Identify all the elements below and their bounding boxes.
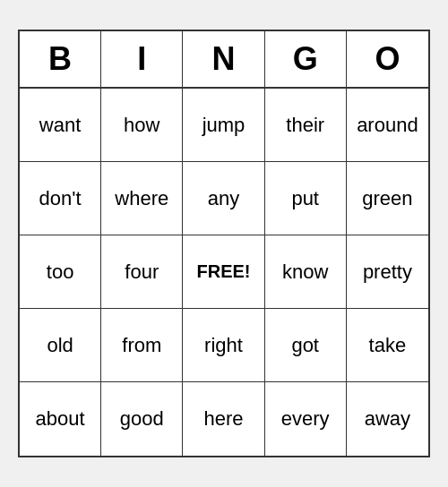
bingo-cell-r1-c4: green xyxy=(347,162,428,235)
bingo-header-letter: B xyxy=(20,31,101,87)
bingo-cell-r4-c0: about xyxy=(20,382,101,456)
bingo-cell-r1-c0: don't xyxy=(20,162,101,235)
bingo-cell-r4-c3: every xyxy=(265,382,347,456)
bingo-cell-r2-c3: know xyxy=(265,235,347,309)
bingo-cell-r1-c2: any xyxy=(183,162,264,235)
bingo-cell-r2-c0: too xyxy=(20,235,101,309)
bingo-header-letter: G xyxy=(265,31,347,87)
bingo-cell-r4-c1: good xyxy=(101,382,183,456)
bingo-cell-r2-c2: FREE! xyxy=(183,235,264,309)
bingo-header-letter: O xyxy=(347,31,428,87)
bingo-cell-r4-c2: here xyxy=(183,382,264,456)
bingo-cell-r1-c1: where xyxy=(101,162,183,235)
bingo-grid: wanthowjumptheirarounddon'twhereanyputgr… xyxy=(20,89,428,456)
bingo-cell-r3-c2: right xyxy=(183,309,264,382)
bingo-cell-r3-c4: take xyxy=(347,309,428,382)
bingo-cell-r0-c1: how xyxy=(101,89,183,162)
bingo-cell-r0-c3: their xyxy=(265,89,347,162)
bingo-cell-r3-c0: old xyxy=(20,309,101,382)
bingo-cell-r4-c4: away xyxy=(347,382,428,456)
bingo-card: BINGO wanthowjumptheirarounddon'twherean… xyxy=(18,30,430,457)
bingo-cell-r2-c1: four xyxy=(101,235,183,309)
bingo-cell-r3-c1: from xyxy=(101,309,183,382)
bingo-header-letter: I xyxy=(101,31,183,87)
bingo-cell-r0-c2: jump xyxy=(183,89,264,162)
bingo-cell-r1-c3: put xyxy=(265,162,347,235)
bingo-header-letter: N xyxy=(183,31,264,87)
bingo-cell-r0-c4: around xyxy=(347,89,428,162)
bingo-header: BINGO xyxy=(20,31,428,89)
bingo-cell-r2-c4: pretty xyxy=(347,235,428,309)
bingo-cell-r0-c0: want xyxy=(20,89,101,162)
bingo-cell-r3-c3: got xyxy=(265,309,347,382)
